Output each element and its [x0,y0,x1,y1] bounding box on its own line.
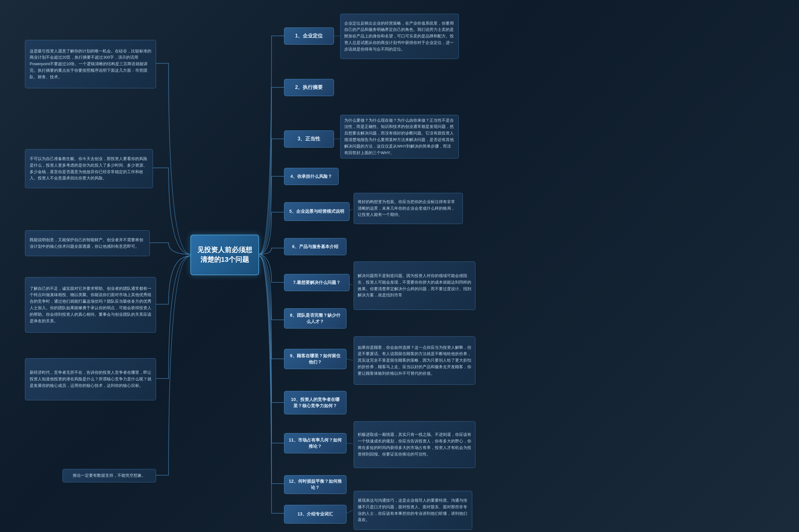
node-3-label: 3、正当性 [298,135,321,142]
detail-7-problem: 解决问题而不是制造问题。因为投资人对你的领域可能会很陌生，投资人可能会发现，不需… [354,262,475,310]
detail-11-market: 积极进取或一厢情愿，其实只有一线之隔。不进则退，你应该有一个快速成长的规划，你应… [354,421,475,468]
detail-13-text: 展现表达与沟通技巧，这是企业领导人的重要特质。沟通与传播不只是口才的问题，面对投… [358,497,468,523]
detail-5-text: 将好的构想变为包装。你应当把你的企业标注得有非常清晰的远景，未来几年你的企业会变… [358,199,459,218]
node-2-label: 2、执行摘要 [295,84,323,91]
left-detail-12-breakeven: 推论一定要有数据支持，不能凭空想象。 [62,469,156,482]
node-12-label: 12、何时损益平衡？如何推论？ [289,478,342,491]
node-6-label: 6、产品与服务基本介绍 [292,244,338,250]
node-3-legitimacy[interactable]: 3、正当性 [284,130,334,148]
node-10-label: 10、投资人的竞争者在哪里？核心竞争力如何？ [289,397,342,409]
node-13-label: 13、介绍专业词汇 [298,511,333,517]
left-detail-8-team: 了解自己的不足，诚实面对它并要求帮助。创业者的团队通常都有一个特点叫做臭味相投、… [25,277,156,332]
left-detail-6-text: 既能说明创意，又能保护自己的智能财产。创业者并不需要将创业计划中的核心技术问题全… [30,237,145,250]
node-8-label: 8、团队是否完整？缺少什么人才？ [289,312,342,324]
node-9-customer[interactable]: 9、顾客在哪里？如何留住他们？ [284,349,346,369]
detail-1-enterprise-position: 企业定位反映出企业的经营策略，在产业价值系统里，你要用自己的产品和服务明确界定自… [340,14,459,59]
node-11-market-share[interactable]: 11、市场占有率几何？如何推论？ [284,433,346,453]
detail-3-text: 为什么要做？为什么现在做？为什么由你来做？正当性不是合法性，而是正确性。知识和技… [344,117,455,156]
node-1-enterprise-position[interactable]: 1、企业定位 [284,27,334,45]
detail-1-text: 企业定位反映出企业的经营策略，在产业价值系统里，你要用自己的产品和服务明确界定自… [344,20,455,53]
left-detail-10-text: 新经济时代，竞争者无所不在，告诉你的投资人竞争者在哪里，即让投资人知道他投资的潜… [30,369,151,389]
left-detail-4-text: 不可以为自己准备救生艇。你今天去创业，那投资人要看你的风险是什么，投资人更多考虑… [30,156,148,182]
node-7-label: 7.最想要解决什么问题？ [293,280,341,286]
node-7-problem[interactable]: 7.最想要解决什么问题？ [284,274,349,291]
detail-11-text: 积极进取或一厢情愿，其实只有一线之隔。不进则退，你应该有一个快速成长的规划，你应… [358,432,471,457]
center-node: 见投资人前必须想清楚的13个问题 [190,235,259,275]
node-2-executive-summary[interactable]: 2、执行摘要 [284,79,334,96]
node-13-terminology[interactable]: 13、介绍专业词汇 [284,505,346,524]
detail-9-customer: 如果你是顾客，你会如何选择？这一点你应当为投资人解释，但是不要废话。有人说我留住… [354,336,475,385]
left-detail-12-text: 推论一定要有数据支持，不能凭空想象。 [73,472,146,479]
node-4-label: 4、你承担什么风险？ [290,173,332,180]
svg-line-5 [346,443,353,444]
detail-13-terminology: 展现表达与沟通技巧，这是企业领导人的重要特质。沟通与传播不只是口才的问题，面对投… [354,491,472,530]
node-8-team[interactable]: 8、团队是否完整？缺少什么人才？ [284,308,346,328]
node-6-product-intro[interactable]: 6、产品与服务基本介绍 [284,238,346,255]
left-detail-4-risk: 不可以为自己准备救生艇。你今天去创业，那投资人要看你的风险是什么，投资人更多考虑… [25,149,153,188]
svg-line-6 [346,510,353,513]
node-4-risk[interactable]: 4、你承担什么风险？ [284,168,339,185]
node-9-label: 9、顾客在哪里？如何留住他们？ [289,353,342,365]
left-detail-6-product: 既能说明创意，又能保护自己的智能财产。创业者并不需要将创业计划中的核心技术问题全… [25,230,150,256]
node-5-vision[interactable]: 5、企业远景与经营模式说明 [284,202,349,221]
detail-9-text: 如果你是顾客，你会如何选择？这一点你应当为投资人解释，但是不要废话。有人说我留住… [358,344,471,377]
left-detail-10-competitor: 新经济时代，竞争者无所不在，告诉你的投资人竞争者在哪里，即让投资人知道他投资的潜… [25,358,156,400]
detail-7-text: 解决问题而不是制造问题。因为投资人对你的领域可能会很陌生，投资人可能会发现，不需… [358,273,471,299]
left-detail-2-text: 这是吸引投资人愿意了解你的计划的唯一机会。在硅谷，比较标准的商业计划不会超过20… [30,48,151,80]
mindmap-container: 见投资人前必须想清楚的13个问题 1、企业定位 企业定位反映出企业的经营策略，在… [0,0,799,532]
detail-3-legitimacy: 为什么要做？为什么现在做？为什么由你来做？正当性不是合法性，而是正确性。知识和技… [340,115,459,158]
node-1-label: 1、企业定位 [295,33,323,39]
node-11-label: 11、市场占有率几何？如何推论？ [289,437,342,449]
left-detail-2-executive: 这是吸引投资人愿意了解你的计划的唯一机会。在硅谷，比较标准的商业计划不会超过20… [25,40,156,88]
svg-line-4 [346,359,353,360]
node-10-competitor[interactable]: 10、投资人的竞争者在哪里？核心竞争力如何？ [284,391,346,414]
node-5-label: 5、企业远景与经营模式说明 [289,208,344,215]
detail-5-vision: 将好的构想变为包装。你应当把你的企业标注得有非常清晰的远景，未来几年你的企业会变… [354,193,463,224]
node-12-breakeven[interactable]: 12、何时损益平衡？如何推论？ [284,475,346,494]
left-detail-8-text: 了解自己的不足，诚实面对它并要求帮助。创业者的团队通常都有一个特点叫做臭味相投、… [30,285,151,324]
